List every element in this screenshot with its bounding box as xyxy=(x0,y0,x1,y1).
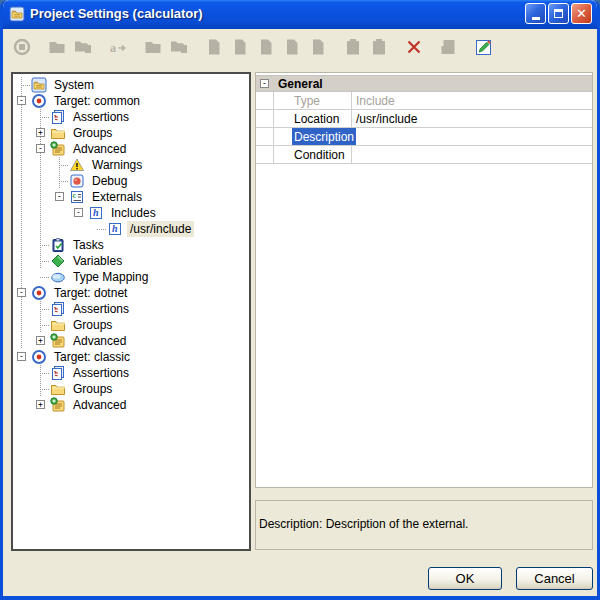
tree-item-target-common[interactable]: -Target: common xyxy=(13,93,249,109)
tree-indent-guide xyxy=(51,221,70,237)
property-row-condition[interactable]: Condition xyxy=(256,146,592,164)
tree-stub-line xyxy=(40,261,49,262)
toolbar: a xyxy=(8,34,496,60)
tree-item-variables[interactable]: Variables xyxy=(13,253,249,269)
expand-icon[interactable]: + xyxy=(36,128,45,137)
property-label-cell[interactable]: Type xyxy=(274,92,352,109)
expand-icon[interactable]: + xyxy=(36,336,45,345)
tree-item-label: Externals xyxy=(89,189,145,205)
collapse-icon[interactable]: - xyxy=(17,288,26,297)
tree-item-advanced[interactable]: +Advanced xyxy=(13,397,249,413)
tree-item-label: Groups xyxy=(70,317,115,333)
tree-item-assertions[interactable]: Assertions xyxy=(13,109,249,125)
folder-pages-icon xyxy=(169,37,189,57)
minimize-button[interactable] xyxy=(525,3,546,24)
toolbar-target-button-1 xyxy=(10,35,34,59)
tree-indent-guide xyxy=(13,221,32,237)
property-label-cell[interactable]: Description xyxy=(274,128,352,145)
collapse-icon[interactable]: - xyxy=(260,79,269,88)
tree-item-usr-include[interactable]: h/usr/include xyxy=(13,221,249,237)
tree-indent-guide xyxy=(13,317,32,333)
tree-connector: + xyxy=(32,125,49,141)
tree-item-groups[interactable]: Groups xyxy=(13,381,249,397)
tree-connector xyxy=(32,253,49,269)
property-label-cell[interactable]: Condition xyxy=(274,146,352,163)
tree-item-advanced[interactable]: +Advanced xyxy=(13,333,249,349)
project-settings-dialog: Project Settings (calculator) ✕ a System… xyxy=(0,0,600,600)
property-label: Type xyxy=(292,92,322,109)
tree-item-target-dotnet[interactable]: -Target: dotnet xyxy=(13,285,249,301)
toolbar-edit-button-16[interactable] xyxy=(472,35,496,59)
property-label-cell[interactable]: Location xyxy=(274,110,352,127)
tree-item-warnings[interactable]: Warnings xyxy=(13,157,249,173)
property-row-location[interactable]: Location/usr/include xyxy=(256,110,592,128)
tree-item-tasks[interactable]: Tasks xyxy=(13,237,249,253)
folder-icon xyxy=(50,381,66,397)
tree-stub-line xyxy=(21,85,30,86)
property-row-type[interactable]: TypeInclude xyxy=(256,92,592,110)
tree-item-externals[interactable]: -cExternals xyxy=(13,189,249,205)
tree-stub-line xyxy=(40,245,49,246)
tree-item-groups[interactable]: +Groups xyxy=(13,125,249,141)
tree-item-advanced[interactable]: -Advanced xyxy=(13,141,249,157)
page-icon xyxy=(308,37,328,57)
property-value-description[interactable] xyxy=(352,128,592,145)
tree-indent-guide xyxy=(13,189,32,205)
toolbar-folder-pages-button-3 xyxy=(71,35,95,59)
tree-item-label: Variables xyxy=(70,253,125,269)
tree-connector: - xyxy=(51,189,68,205)
collapse-icon[interactable]: - xyxy=(17,96,26,105)
tree-item-debug[interactable]: Debug xyxy=(13,173,249,189)
collapse-icon[interactable]: - xyxy=(36,144,45,153)
property-label: Location xyxy=(292,110,341,127)
property-label: Condition xyxy=(292,146,347,163)
folder-icon xyxy=(47,37,67,57)
page-icon xyxy=(230,37,250,57)
ok-button[interactable]: OK xyxy=(428,567,502,590)
cancel-button[interactable]: Cancel xyxy=(516,567,593,590)
include-icon: h xyxy=(107,221,123,237)
tree-stub-line xyxy=(59,165,68,166)
svg-text:h: h xyxy=(112,223,118,234)
tree-item-target-classic[interactable]: -Target: classic xyxy=(13,349,249,365)
tree-item-type-mapping[interactable]: Type Mapping xyxy=(13,269,249,285)
tree-item-includes[interactable]: -hIncludes xyxy=(13,205,249,221)
warning-icon xyxy=(69,157,85,173)
tree-item-assertions[interactable]: Assertions xyxy=(13,301,249,317)
tree-indent-guide xyxy=(13,397,32,413)
property-value-condition[interactable] xyxy=(352,146,592,163)
collapse-icon[interactable]: - xyxy=(55,192,64,201)
tree-item-system[interactable]: System xyxy=(13,77,249,93)
delete-icon xyxy=(404,37,424,57)
tree-item-assertions[interactable]: Assertions xyxy=(13,365,249,381)
tree-connector: - xyxy=(32,141,49,157)
advanced-icon xyxy=(50,141,66,157)
tree-indent-guide xyxy=(70,221,89,237)
properties-icon xyxy=(439,37,459,57)
collapse-icon[interactable]: - xyxy=(17,352,26,361)
toolbar-delete-button-14[interactable] xyxy=(402,35,426,59)
tree-connector xyxy=(51,173,68,189)
toolbar-folder-button-5 xyxy=(141,35,165,59)
tree-indent-guide xyxy=(13,333,32,349)
paste-icon xyxy=(369,37,389,57)
property-value-location[interactable]: /usr/include xyxy=(352,110,592,127)
tree-connector xyxy=(89,221,106,237)
tree-indent-guide xyxy=(32,173,51,189)
tree-item-label: Warnings xyxy=(89,157,145,173)
maximize-button[interactable] xyxy=(548,3,569,24)
property-value-type[interactable]: Include xyxy=(352,92,592,109)
close-button[interactable]: ✕ xyxy=(571,3,592,24)
tree-indent-guide xyxy=(32,189,51,205)
tree-connector xyxy=(32,317,49,333)
tree-item-groups[interactable]: Groups xyxy=(13,317,249,333)
expand-icon[interactable]: + xyxy=(36,400,45,409)
property-row-description[interactable]: Description xyxy=(256,128,592,146)
tree-indent-guide xyxy=(32,221,51,237)
advanced-icon xyxy=(50,333,66,349)
tasks-icon xyxy=(50,237,66,253)
collapse-icon[interactable]: - xyxy=(74,208,83,217)
tree-connector: - xyxy=(13,349,30,365)
app-icon xyxy=(9,6,25,22)
tree-connector xyxy=(32,109,49,125)
